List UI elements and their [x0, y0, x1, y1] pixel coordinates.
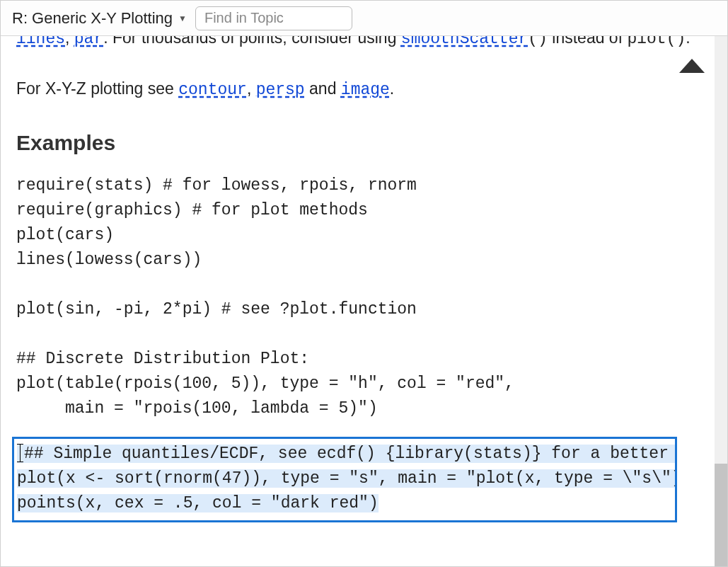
svg-marker-0	[679, 59, 705, 73]
code-example-block: require(stats) # for lowess, rpois, rnor…	[16, 173, 707, 421]
text-cursor-icon	[17, 444, 24, 461]
topic-title-dropdown[interactable]: R: Generic X-Y Plotting ▼	[12, 9, 187, 28]
link-smoothscatter[interactable]: smoothScatter	[401, 36, 528, 48]
topic-title-text: R: Generic X-Y Plotting	[12, 9, 173, 28]
scroll-up-icon[interactable]	[678, 57, 706, 74]
selected-code-block[interactable]: ## Simple quantiles/ECDF, see ecdf() {li…	[12, 437, 677, 522]
link-image[interactable]: image	[341, 81, 390, 99]
find-in-topic-input[interactable]	[195, 6, 352, 30]
examples-heading: Examples	[16, 131, 707, 155]
para-xyz-plotting: For X-Y-Z plotting see contour, persp an…	[16, 77, 707, 101]
para-related-links: lines, par. For thousands of points, con…	[16, 36, 707, 50]
topbar: R: Generic X-Y Plotting ▼	[1, 1, 727, 36]
link-contour[interactable]: contour	[178, 81, 247, 99]
document-body: lines, par. For thousands of points, con…	[1, 36, 715, 566]
scrollbar-thumb[interactable]	[715, 464, 727, 566]
selected-code-text: ## Simple quantiles/ECDF, see ecdf() {li…	[17, 445, 677, 512]
link-lines[interactable]: lines	[16, 36, 65, 48]
link-persp[interactable]: persp	[256, 81, 305, 99]
scrollbar-track[interactable]	[715, 36, 727, 566]
help-window: R: Generic X-Y Plotting ▼ lines, par. Fo…	[0, 0, 728, 567]
document-viewport: lines, par. For thousands of points, con…	[1, 36, 727, 566]
link-par[interactable]: par	[74, 36, 103, 48]
caret-down-icon: ▼	[178, 13, 187, 23]
